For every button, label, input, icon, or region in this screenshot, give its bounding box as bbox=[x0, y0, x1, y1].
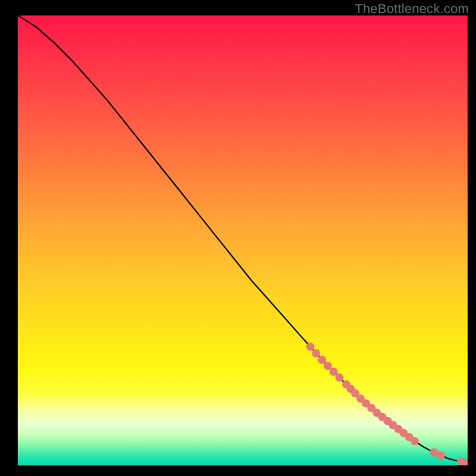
curve-marker bbox=[437, 451, 445, 459]
curve-marker bbox=[336, 374, 344, 382]
chart-root: TheBottleneck.com bbox=[0, 0, 476, 476]
curve-marker bbox=[411, 437, 419, 445]
curve-marker bbox=[318, 356, 326, 364]
marker-group bbox=[306, 343, 468, 465]
watermark-text: TheBottleneck.com bbox=[355, 1, 469, 17]
bottleneck-curve bbox=[18, 15, 468, 463]
curve-marker bbox=[306, 343, 314, 351]
plot-area bbox=[18, 15, 468, 465]
curve-marker bbox=[324, 362, 332, 370]
curve-marker bbox=[312, 349, 320, 358]
curve-layer bbox=[18, 15, 468, 465]
